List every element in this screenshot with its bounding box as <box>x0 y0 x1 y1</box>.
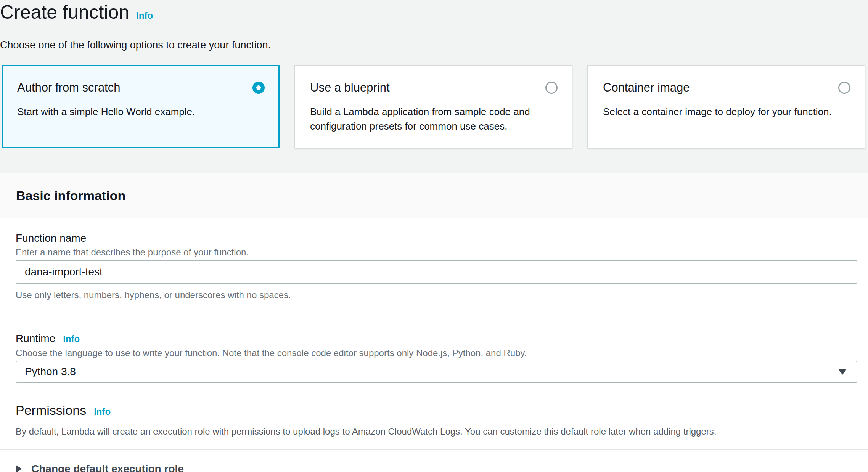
expand-caret-icon <box>16 465 22 472</box>
creation-option-cards: Author from scratch Start with a simple … <box>2 65 865 148</box>
card-description: Select a container image to deploy for y… <box>603 104 850 119</box>
card-use-a-blueprint[interactable]: Use a blueprint Build a Lambda applicati… <box>294 65 572 148</box>
page-header: Create functionInfo Choose one of the fo… <box>0 0 868 51</box>
create-function-info-link[interactable]: Info <box>136 10 153 21</box>
card-container-image[interactable]: Container image Select a container image… <box>587 65 865 148</box>
basic-information-header: Basic information <box>0 173 868 218</box>
radio-author-from-scratch[interactable] <box>252 82 265 94</box>
card-description: Start with a simple Hello World example. <box>17 104 265 119</box>
card-author-from-scratch[interactable]: Author from scratch Start with a simple … <box>2 65 280 148</box>
card-description: Build a Lambda application from sample c… <box>310 104 558 133</box>
runtime-info-link[interactable]: Info <box>63 334 80 344</box>
permissions-heading: PermissionsInfo <box>16 403 857 419</box>
dropdown-arrow-icon <box>838 369 847 375</box>
permissions-heading-text: Permissions <box>16 403 86 417</box>
permissions-info-link[interactable]: Info <box>94 406 111 417</box>
basic-information-panel: Basic information Function name Enter a … <box>0 173 868 472</box>
runtime-description: Choose the language to use to write your… <box>16 347 857 358</box>
page-subtitle: Choose one of the following options to c… <box>0 39 868 51</box>
basic-information-title: Basic information <box>16 188 125 203</box>
runtime-label: RuntimeInfo <box>16 319 857 345</box>
expander-label: Change default execution role <box>31 463 184 472</box>
function-name-label: Function name <box>16 218 857 244</box>
runtime-label-text: Runtime <box>16 332 55 344</box>
runtime-select[interactable]: Python 3.8 <box>16 361 857 383</box>
card-title: Container image <box>603 81 690 95</box>
function-name-description: Enter a name that describes the purpose … <box>16 247 857 258</box>
card-title: Author from scratch <box>17 81 120 95</box>
function-name-input[interactable] <box>16 260 857 284</box>
card-title: Use a blueprint <box>310 81 390 95</box>
permissions-description: By default, Lambda will create an execut… <box>16 426 857 437</box>
radio-use-a-blueprint[interactable] <box>545 82 558 94</box>
runtime-selected-value: Python 3.8 <box>25 366 76 378</box>
page-title: Create function <box>0 2 129 23</box>
function-name-constraint: Use only letters, numbers, hyphens, or u… <box>16 290 857 300</box>
radio-container-image[interactable] <box>838 82 850 94</box>
change-execution-role-expander[interactable]: Change default execution role <box>0 450 868 472</box>
